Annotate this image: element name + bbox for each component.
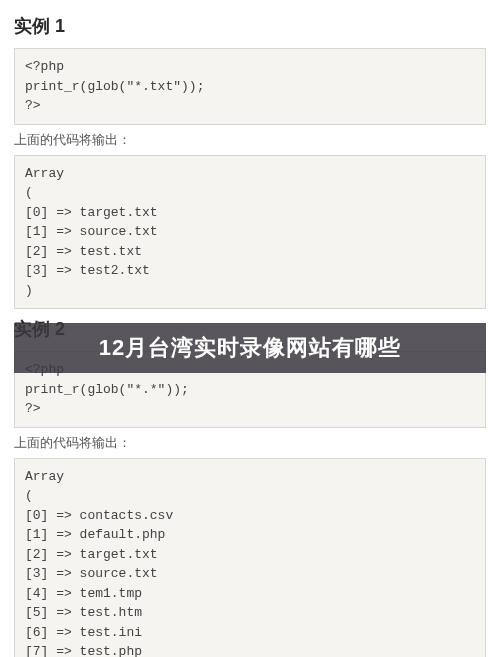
example-1-output: Array ( [0] => target.txt [1] => source.… bbox=[14, 155, 486, 310]
example-1-code: <?php print_r(glob("*.txt")); ?> bbox=[14, 48, 486, 125]
example-1-output-label: 上面的代码将输出： bbox=[14, 131, 486, 149]
example-2-output-label: 上面的代码将输出： bbox=[14, 434, 486, 452]
example-2-section: 实例 2 12月台湾实时录像网站有哪些 <?php print_r(glob("… bbox=[14, 317, 486, 657]
overlay-banner: 12月台湾实时录像网站有哪些 bbox=[14, 323, 486, 373]
example-1-heading: 实例 1 bbox=[14, 14, 486, 38]
example-2-output: Array ( [0] => contacts.csv [1] => defau… bbox=[14, 458, 486, 658]
page-content: 实例 1 <?php print_r(glob("*.txt")); ?> 上面… bbox=[0, 0, 500, 657]
